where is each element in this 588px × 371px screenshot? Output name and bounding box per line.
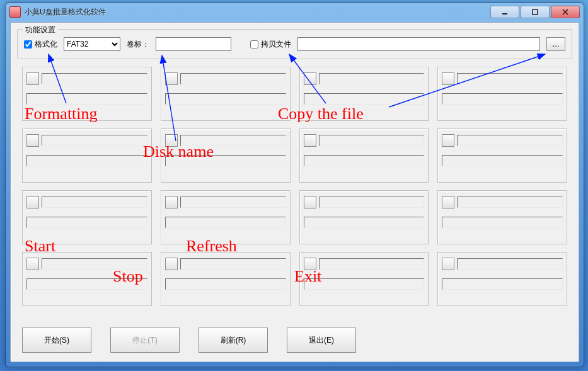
- slot-status-field: [442, 217, 563, 228]
- slot-drive-button[interactable]: [442, 134, 454, 147]
- drive-slot: [437, 67, 567, 121]
- slot-drive-field: [457, 135, 563, 146]
- drive-slot: [299, 190, 429, 244]
- slot-drive-button[interactable]: [304, 258, 316, 270]
- slot-drive-field: [180, 258, 286, 270]
- slot-status-field: [26, 155, 147, 166]
- slot-status-field: [442, 93, 563, 105]
- slot-drive-button[interactable]: [26, 258, 39, 270]
- drive-slot: [161, 128, 291, 183]
- refresh-button[interactable]: 刷新(R): [199, 328, 268, 353]
- slot-status-field: [165, 93, 286, 105]
- slot-drive-field: [319, 135, 425, 146]
- slot-drive-field: [180, 135, 286, 146]
- drive-slot: [161, 190, 291, 244]
- slot-drive-field: [42, 258, 147, 270]
- slot-status-field: [165, 155, 286, 166]
- slot-status-field: [304, 278, 425, 290]
- drive-slot: [22, 128, 152, 183]
- format-checkbox[interactable]: [24, 40, 32, 49]
- slot-drive-field: [319, 73, 425, 84]
- slot-drive-button[interactable]: [442, 258, 454, 270]
- slot-drive-button[interactable]: [442, 196, 454, 208]
- drive-slot: [437, 190, 567, 244]
- slot-status-field: [26, 217, 147, 228]
- window-title: 小莫U盘批量格式化软件: [25, 7, 106, 18]
- drive-slot: [161, 252, 291, 306]
- drive-slot: [437, 128, 567, 183]
- slot-drive-button[interactable]: [165, 134, 178, 147]
- slot-status-field: [442, 278, 563, 290]
- copy-path-input[interactable]: [297, 37, 540, 51]
- copy-checkbox-wrapper[interactable]: 拷贝文件: [250, 39, 291, 50]
- maximize-button[interactable]: [521, 6, 550, 18]
- slot-status-field: [442, 155, 563, 166]
- slot-drive-field: [457, 73, 563, 84]
- copy-checkbox[interactable]: [250, 40, 258, 49]
- drive-slot: [299, 67, 429, 121]
- drive-slot: [22, 67, 152, 121]
- slot-drive-field: [42, 73, 147, 84]
- settings-legend: 功能设置: [23, 25, 58, 35]
- button-row: 开始(S) 停止(T) 刷新(R) 退出(E): [22, 328, 356, 353]
- format-checkbox-label: 格式化: [35, 39, 57, 50]
- drive-slot: [22, 252, 152, 306]
- format-checkbox-wrapper[interactable]: 格式化: [24, 39, 57, 50]
- slot-drive-button[interactable]: [304, 72, 316, 85]
- slot-drive-button[interactable]: [26, 134, 39, 147]
- slot-drive-field: [42, 135, 147, 146]
- slot-status-field: [165, 217, 286, 228]
- filesystem-select[interactable]: FAT32: [64, 37, 120, 51]
- slot-drive-field: [319, 258, 425, 270]
- slot-drive-field: [319, 197, 425, 208]
- slot-status-field: [304, 155, 425, 166]
- slot-drive-button[interactable]: [165, 196, 178, 208]
- slot-drive-button[interactable]: [26, 196, 39, 208]
- exit-button[interactable]: 退出(E): [287, 328, 356, 353]
- settings-groupbox: 功能设置 格式化 FAT32 卷标： 拷贝文件 ...: [17, 29, 572, 59]
- stop-button[interactable]: 停止(T): [110, 328, 180, 353]
- title-bar: 小莫U盘批量格式化软件: [6, 3, 584, 21]
- slot-drive-field: [180, 197, 286, 208]
- copy-checkbox-label: 拷贝文件: [261, 39, 291, 50]
- slot-drive-button[interactable]: [442, 72, 454, 85]
- slot-status-field: [304, 93, 425, 105]
- slot-status-field: [26, 278, 147, 290]
- svg-rect-0: [502, 13, 507, 14]
- browse-button[interactable]: ...: [546, 37, 565, 51]
- slot-drive-field: [457, 258, 563, 270]
- drive-slot: [299, 252, 429, 306]
- volume-label: 卷标：: [127, 39, 149, 50]
- start-button[interactable]: 开始(S): [22, 328, 91, 353]
- drive-slot: [22, 190, 152, 244]
- minimize-icon: [502, 9, 508, 15]
- slot-drive-field: [42, 197, 147, 208]
- client-area: 功能设置 格式化 FAT32 卷标： 拷贝文件 ...: [10, 22, 579, 362]
- volume-input[interactable]: [156, 37, 231, 51]
- app-window: 小莫U盘批量格式化软件 功能设置 格式化 FAT32 卷标：: [5, 3, 584, 367]
- slot-status-field: [304, 217, 425, 228]
- app-icon: [9, 6, 21, 18]
- slot-status-field: [26, 93, 147, 105]
- slot-drive-button[interactable]: [165, 258, 178, 270]
- minimize-button[interactable]: [490, 6, 519, 18]
- slot-drive-button[interactable]: [304, 196, 316, 208]
- drive-slot: [161, 67, 291, 121]
- slot-grid: [22, 67, 567, 306]
- slot-drive-field: [457, 197, 563, 208]
- slot-drive-button[interactable]: [304, 134, 316, 147]
- slot-drive-field: [180, 73, 286, 84]
- slot-status-field: [165, 278, 286, 290]
- drive-slot: [437, 252, 567, 306]
- svg-rect-1: [533, 9, 538, 14]
- slot-drive-button[interactable]: [165, 72, 178, 85]
- drive-slot: [299, 128, 429, 183]
- slot-drive-button[interactable]: [26, 72, 39, 85]
- maximize-icon: [532, 9, 538, 15]
- close-icon: [562, 9, 568, 15]
- close-button[interactable]: [551, 6, 580, 18]
